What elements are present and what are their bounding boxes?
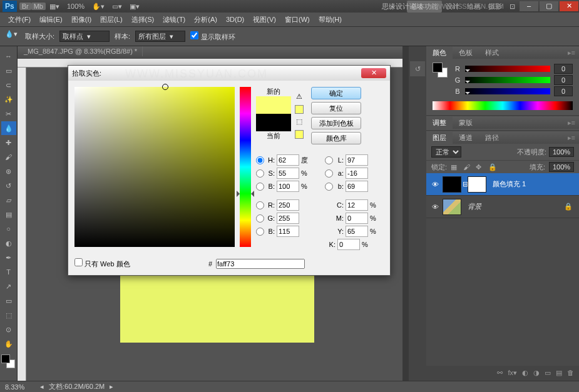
pen-tool[interactable]: ✒: [1, 251, 16, 264]
group-icon[interactable]: ▭: [545, 369, 551, 377]
minimize-button[interactable]: –: [520, 1, 538, 11]
y-input[interactable]: [346, 226, 368, 237]
document-tab[interactable]: _MG_8847.JPG @ 8.33%(RGB/8#) *: [18, 46, 402, 59]
blend-mode-select[interactable]: 正常: [431, 146, 461, 158]
blur-tool[interactable]: ○: [1, 222, 16, 236]
fill-input[interactable]: [549, 162, 574, 172]
path-tool[interactable]: ↗: [1, 279, 16, 293]
menu-analysis[interactable]: 分析(A): [190, 15, 222, 24]
r-input[interactable]: [277, 199, 299, 211]
history-icon[interactable]: ↺: [410, 61, 425, 76]
panel-menu-icon[interactable]: ▸≡: [564, 119, 579, 127]
cslive-icon[interactable]: ⊡: [506, 1, 519, 12]
crop-tool[interactable]: ✂: [1, 107, 16, 121]
3d-tool[interactable]: ⬚: [1, 308, 16, 322]
screen-mode-icon[interactable]: ▦▾: [46, 1, 63, 12]
tab-layers[interactable]: 图层: [426, 132, 453, 144]
lock-position-icon[interactable]: ✥: [476, 163, 484, 171]
gradient-tool[interactable]: ▤: [1, 208, 16, 221]
sample-select[interactable]: 所有图层 ▾: [135, 31, 185, 42]
menu-file[interactable]: 文件(F): [4, 15, 35, 24]
saturation-field[interactable]: [74, 87, 235, 247]
h-radio[interactable]: [256, 156, 264, 164]
visibility-icon[interactable]: 👁: [429, 181, 441, 188]
r-slider[interactable]: [465, 66, 550, 72]
g-radio[interactable]: [256, 214, 264, 223]
tab-adjustments[interactable]: 调整: [426, 117, 453, 129]
reset-button[interactable]: 复位: [311, 102, 361, 114]
eyedropper-tool[interactable]: 💧: [1, 121, 16, 135]
move-tool[interactable]: ↔: [1, 49, 16, 63]
layer-thumb[interactable]: [443, 199, 461, 215]
lock-image-icon[interactable]: 🖌: [463, 163, 472, 171]
arrange-icon[interactable]: ▭▾: [108, 1, 126, 12]
h-input[interactable]: [277, 154, 299, 166]
bridge-button[interactable]: Br: [19, 3, 31, 10]
g-slider[interactable]: [465, 77, 550, 83]
show-ring-checkbox[interactable]: 显示取样环: [190, 31, 235, 42]
b-slider[interactable]: [465, 88, 550, 94]
layer-name[interactable]: 背景: [463, 202, 481, 211]
wand-tool[interactable]: ✨: [1, 93, 16, 106]
panel-menu-icon[interactable]: ▸≡: [564, 49, 579, 57]
c-input[interactable]: [346, 199, 368, 211]
tab-color[interactable]: 颜色: [426, 47, 453, 59]
web-only-checkbox[interactable]: 只有 Web 颜色: [74, 258, 130, 269]
minibridge-button[interactable]: Mb: [31, 3, 46, 10]
lasso-tool[interactable]: ⊂: [1, 78, 16, 92]
camera-tool[interactable]: ⊙: [1, 323, 16, 336]
history-brush-tool[interactable]: ↺: [1, 179, 16, 193]
menu-view[interactable]: 视图(V): [249, 15, 280, 24]
gamut-warning-icon[interactable]: ⚠: [295, 93, 304, 101]
bf-radio[interactable]: [256, 183, 264, 191]
hand-tool[interactable]: ✋: [1, 337, 16, 351]
layer-thumb[interactable]: [443, 176, 461, 193]
hand-icon[interactable]: ✋▾: [88, 1, 108, 12]
m-input[interactable]: [346, 213, 368, 224]
shape-tool[interactable]: ▭: [1, 294, 16, 308]
trash-icon[interactable]: 🗑: [567, 369, 574, 376]
a-radio[interactable]: [325, 169, 333, 178]
color-libraries-button[interactable]: 颜色库: [311, 132, 361, 144]
gamut-swatch[interactable]: [295, 105, 304, 114]
fill-adjust-icon[interactable]: ◑: [533, 369, 540, 377]
r-radio[interactable]: [256, 201, 264, 209]
marquee-tool[interactable]: ▭: [1, 64, 16, 78]
bc-input[interactable]: [277, 226, 299, 237]
layer-row[interactable]: 👁 背景 🔒: [426, 196, 579, 218]
workspace-paint[interactable]: 绘画: [463, 1, 484, 13]
eyedropper-icon[interactable]: 💧▾: [5, 30, 20, 43]
workspace-basic[interactable]: 基本功能: [407, 1, 442, 13]
color-swatches[interactable]: [1, 354, 16, 372]
bc-radio[interactable]: [256, 228, 264, 236]
menu-image[interactable]: 图像(I): [67, 15, 96, 24]
mask-icon[interactable]: ◐: [522, 369, 528, 377]
hue-slider[interactable]: [240, 87, 251, 247]
l-radio[interactable]: [325, 156, 333, 164]
current-color-swatch[interactable]: [256, 114, 291, 131]
type-tool[interactable]: T: [1, 265, 16, 279]
s-radio[interactable]: [256, 169, 264, 178]
workspace-design[interactable]: 设计: [442, 1, 463, 13]
new-layer-icon[interactable]: ▤: [556, 369, 562, 377]
picker-ring[interactable]: [162, 84, 168, 90]
brush-tool[interactable]: 🖌: [1, 150, 16, 164]
tab-masks[interactable]: 蒙版: [453, 117, 479, 129]
menu-edit[interactable]: 编辑(E): [35, 15, 67, 24]
screen-icon[interactable]: ▣▾: [126, 1, 143, 12]
g-input[interactable]: [277, 213, 299, 224]
menu-3d[interactable]: 3D(D): [222, 16, 249, 23]
add-to-swatches-button[interactable]: 添加到色板: [311, 117, 361, 129]
menu-filter[interactable]: 滤镜(T): [158, 15, 190, 24]
spectrum-bar[interactable]: [433, 101, 573, 110]
r-input[interactable]: [554, 64, 573, 74]
menu-help[interactable]: 帮助(H): [314, 15, 346, 24]
dialog-titlebar[interactable]: 拾取实色: ✕: [68, 66, 390, 81]
fg-bg-swatch[interactable]: [433, 63, 450, 80]
workspace-photo[interactable]: 摄影: [484, 1, 506, 13]
panel-menu-icon[interactable]: ▸≡: [564, 134, 579, 142]
menu-layer[interactable]: 图层(L): [96, 15, 126, 24]
zoom-level[interactable]: 100%: [63, 1, 88, 11]
stamp-tool[interactable]: ⊛: [1, 164, 16, 178]
fx-icon[interactable]: fx▾: [508, 369, 517, 377]
